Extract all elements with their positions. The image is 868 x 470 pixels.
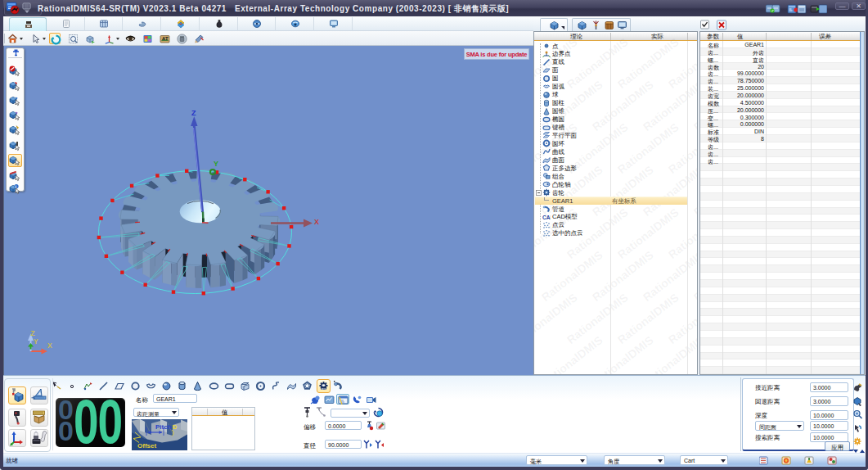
svg-text:Z: Z — [31, 329, 35, 337]
svg-text:X: X — [314, 218, 319, 226]
svg-text:X: X — [47, 341, 52, 350]
svg-text:D: D — [173, 423, 178, 431]
svg-text:Z: Z — [191, 109, 196, 117]
svg-text:Y: Y — [34, 337, 38, 346]
svg-text:AT: AT — [162, 36, 169, 41]
svg-text:Offset: Offset — [137, 442, 156, 450]
svg-text:CAD: CAD — [542, 214, 551, 219]
svg-text:Y: Y — [214, 160, 218, 168]
